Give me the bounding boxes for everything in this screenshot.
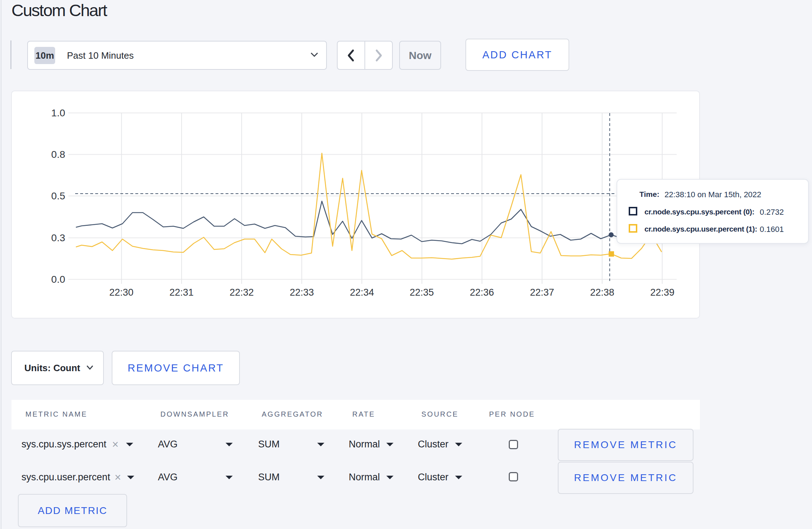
svg-text:22:30: 22:30 <box>109 287 134 298</box>
svg-text:22:33: 22:33 <box>290 287 314 298</box>
svg-text:1.0: 1.0 <box>51 107 65 118</box>
svg-text:0.5: 0.5 <box>51 190 65 202</box>
svg-text:22:34: 22:34 <box>350 287 374 298</box>
svg-text:22:36: 22:36 <box>470 287 494 298</box>
svg-text:0.3: 0.3 <box>51 232 65 243</box>
svg-text:22:31: 22:31 <box>169 287 194 298</box>
svg-text:22:37: 22:37 <box>530 287 554 298</box>
svg-text:22:35: 22:35 <box>410 287 434 298</box>
svg-text:22:32: 22:32 <box>229 287 254 298</box>
svg-text:22:38: 22:38 <box>590 287 614 298</box>
svg-text:0.8: 0.8 <box>51 149 65 160</box>
svg-text:0.0: 0.0 <box>51 274 65 285</box>
svg-text:22:39: 22:39 <box>650 287 675 298</box>
